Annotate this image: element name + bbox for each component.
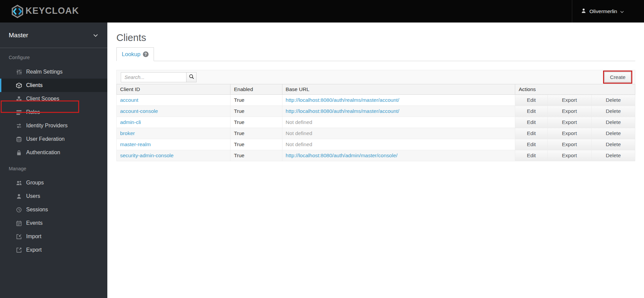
- brand-text: KEYCLOAK: [25, 6, 79, 16]
- client-id-link[interactable]: security-admin-console: [120, 153, 173, 158]
- sidebar-item-label: Events: [26, 220, 43, 226]
- client-id-link[interactable]: broker: [120, 130, 135, 136]
- client-id-link[interactable]: account: [120, 97, 138, 103]
- sidebar-item-client-scopes[interactable]: Client Scopes: [0, 92, 107, 105]
- column-header-base-url: Base URL: [282, 84, 515, 95]
- realm-selector[interactable]: Master: [0, 23, 107, 48]
- edit-action-button[interactable]: Edit: [515, 139, 547, 150]
- base-url-not-defined: Not defined: [286, 141, 312, 147]
- keycloak-logo: KEYCLOAK: [0, 4, 79, 19]
- sidebar-item-authentication[interactable]: Authentication: [0, 146, 107, 159]
- client-id-cell: account: [117, 95, 230, 106]
- edit-action-button[interactable]: Edit: [515, 117, 547, 128]
- base-url-cell: Not defined: [282, 128, 515, 139]
- sidebar-item-realm-settings[interactable]: Realm Settings: [0, 65, 107, 79]
- export-action-button[interactable]: Export: [547, 117, 591, 128]
- delete-action-button[interactable]: Delete: [591, 139, 635, 150]
- keycloak-logo-icon: [10, 4, 25, 19]
- sidebar-item-import[interactable]: Import: [0, 230, 107, 243]
- edit-action-button[interactable]: Edit: [515, 128, 547, 139]
- chevron-down-icon: [93, 32, 98, 38]
- clients-table: Client IDEnabledBase URLActions accountT…: [116, 84, 635, 161]
- sidebar-item-user-federation[interactable]: User Federation: [0, 132, 107, 146]
- help-icon[interactable]: ?: [143, 51, 149, 57]
- lock-icon: [16, 150, 22, 156]
- main-content: Clients Lookup ?: [107, 23, 644, 298]
- table-toolbar: Create: [116, 70, 635, 84]
- sidebar-item-label: Import: [26, 233, 41, 240]
- client-id-link[interactable]: account-console: [120, 108, 158, 114]
- sidebar-item-label: Roles: [26, 109, 40, 115]
- tab-lookup[interactable]: Lookup ?: [116, 47, 154, 61]
- clock-icon: [16, 207, 22, 213]
- search-button[interactable]: [186, 72, 197, 82]
- delete-action-button[interactable]: Delete: [591, 128, 635, 139]
- base-url-link[interactable]: http://localhost:8080/auth/realms/master…: [286, 97, 399, 103]
- nav-section-label-configure: Configure: [0, 48, 107, 65]
- export-action-button[interactable]: Export: [547, 95, 591, 106]
- sidebar-item-roles[interactable]: Roles: [0, 105, 107, 119]
- create-button[interactable]: Create: [604, 72, 631, 82]
- chevron-down-icon: [620, 8, 624, 14]
- database-icon: [16, 136, 22, 142]
- sidebar-item-label: User Federation: [26, 136, 65, 142]
- search-input[interactable]: [121, 72, 186, 82]
- base-url-link[interactable]: http://localhost:8080/auth/admin/master/…: [286, 153, 397, 158]
- delete-action-button[interactable]: Delete: [591, 95, 635, 106]
- export-icon: [16, 247, 22, 253]
- sidebar-item-export[interactable]: Export: [0, 243, 107, 257]
- clients-panel: Create Client IDEnabledBase URLActions a…: [116, 70, 635, 161]
- enabled-cell: True: [230, 139, 282, 150]
- export-action-button[interactable]: Export: [547, 128, 591, 139]
- client-id-cell: account-console: [117, 106, 230, 117]
- base-url-not-defined: Not defined: [286, 119, 312, 125]
- client-id-cell: broker: [117, 128, 230, 139]
- nav-section-label-manage: Manage: [0, 159, 107, 176]
- base-url-cell: http://localhost:8080/auth/realms/master…: [282, 95, 515, 106]
- sidebar-item-clients[interactable]: Clients: [0, 79, 107, 92]
- base-url-link[interactable]: http://localhost:8080/auth/realms/master…: [286, 108, 399, 114]
- base-url-cell: Not defined: [282, 117, 515, 128]
- user-icon: [16, 194, 22, 199]
- sidebar-item-label: Realm Settings: [26, 69, 63, 75]
- sidebar-item-events[interactable]: Events: [0, 216, 107, 230]
- cube-icon: [16, 83, 22, 88]
- sidebar-item-groups[interactable]: Groups: [0, 176, 107, 189]
- user-icon: [581, 8, 586, 15]
- table-row: admin-cliTrueNot definedEditExportDelete: [117, 117, 635, 128]
- search-icon: [189, 74, 194, 80]
- search-group: [121, 72, 197, 82]
- sidebar-item-users[interactable]: Users: [0, 189, 107, 203]
- annotation-box-create: Create: [603, 71, 632, 84]
- sidebar-item-label: Identity Providers: [26, 123, 68, 129]
- base-url-not-defined: Not defined: [286, 130, 312, 136]
- delete-action-button[interactable]: Delete: [591, 117, 635, 128]
- export-action-button[interactable]: Export: [547, 139, 591, 150]
- enabled-cell: True: [230, 95, 282, 106]
- user-name: Olivermerlin: [589, 8, 617, 14]
- sidebar: Master ConfigureRealm SettingsClientsCli…: [0, 23, 107, 298]
- delete-action-button[interactable]: Delete: [591, 150, 635, 161]
- export-action-button[interactable]: Export: [547, 106, 591, 117]
- users-icon: [16, 180, 22, 186]
- base-url-cell: http://localhost:8080/auth/admin/master/…: [282, 150, 515, 161]
- client-id-link[interactable]: admin-cli: [120, 119, 141, 125]
- client-id-cell: admin-cli: [117, 117, 230, 128]
- sidebar-item-identity-providers[interactable]: Identity Providers: [0, 119, 107, 132]
- sidebar-item-label: Client Scopes: [26, 96, 59, 102]
- delete-action-button[interactable]: Delete: [591, 106, 635, 117]
- sidebar-item-label: Sessions: [26, 207, 48, 213]
- base-url-cell: Not defined: [282, 139, 515, 150]
- user-menu[interactable]: Olivermerlin: [572, 0, 644, 23]
- client-id-link[interactable]: master-realm: [120, 141, 151, 147]
- import-icon: [16, 234, 22, 240]
- edit-action-button[interactable]: Edit: [515, 150, 547, 161]
- sidebar-item-sessions[interactable]: Sessions: [0, 203, 107, 216]
- column-header-enabled: Enabled: [230, 84, 282, 95]
- export-action-button[interactable]: Export: [547, 150, 591, 161]
- sidebar-item-label: Clients: [26, 82, 43, 88]
- edit-action-button[interactable]: Edit: [515, 95, 547, 106]
- page-title: Clients: [116, 31, 635, 44]
- edit-action-button[interactable]: Edit: [515, 106, 547, 117]
- calendar-icon: [16, 220, 22, 226]
